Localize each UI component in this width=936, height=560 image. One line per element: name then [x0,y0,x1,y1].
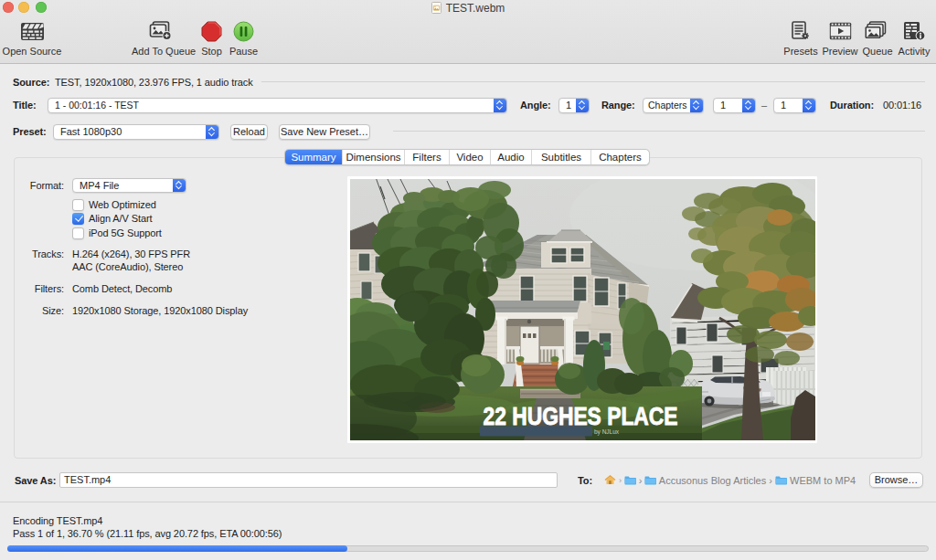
svg-text:22 HUGHES PLACE: 22 HUGHES PLACE [483,400,677,429]
svg-text:by NJLux: by NJLux [594,428,620,436]
